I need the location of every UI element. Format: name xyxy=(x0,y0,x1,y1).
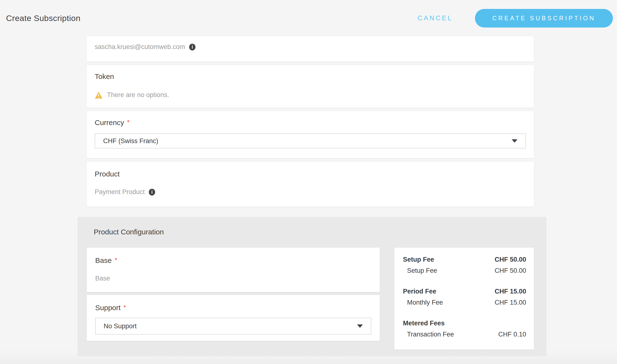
currency-heading: Currency xyxy=(95,118,124,127)
chevron-down-icon xyxy=(357,325,363,328)
base-field[interactable]: Base xyxy=(95,275,371,282)
fee-group-setup: Setup Fee CHF 50.00 Setup Fee CHF 50.00 xyxy=(403,256,526,275)
fees-summary-card: Setup Fee CHF 50.00 Setup Fee CHF 50.00 … xyxy=(394,248,534,350)
fee-group-label: Metered Fees xyxy=(403,320,445,327)
fee-item-value: CHF 15.00 xyxy=(495,299,526,306)
create-subscription-button[interactable]: CREATE SUBSCRIPTION xyxy=(475,9,613,27)
required-asterisk: * xyxy=(115,257,117,264)
fee-group-label: Period Fee xyxy=(403,288,436,295)
base-card: Base* Base xyxy=(87,248,380,292)
fee-item-label: Monthly Fee xyxy=(407,299,443,306)
fee-group-metered: Metered Fees Transaction Fee CHF 0.10 xyxy=(403,320,526,338)
product-label: Payment Product xyxy=(95,188,145,196)
required-asterisk: * xyxy=(123,304,126,311)
email-card: sascha.kruesi@cutomweb.com i xyxy=(87,36,534,62)
fee-group-period: Period Fee CHF 15.00 Monthly Fee CHF 15.… xyxy=(403,288,526,307)
support-select[interactable]: No Support xyxy=(95,318,371,335)
currency-select[interactable]: CHF (Swiss Franc) xyxy=(95,133,526,148)
fee-item-label: Setup Fee xyxy=(407,267,437,274)
base-heading: Base xyxy=(95,256,112,264)
fee-item-value: CHF 0.10 xyxy=(498,331,526,338)
info-icon[interactable]: i xyxy=(149,189,155,195)
email-value: sascha.kruesi@cutomweb.com xyxy=(95,43,185,51)
page-header: Create Subscription CANCEL CREATE SUBSCR… xyxy=(0,0,617,36)
chevron-down-icon xyxy=(512,139,517,143)
support-selected-value: No Support xyxy=(104,323,357,330)
info-icon[interactable]: i xyxy=(189,44,195,51)
fee-group-value: CHF 15.00 xyxy=(495,288,526,295)
currency-card: Currency* CHF (Swiss Franc) xyxy=(87,111,534,158)
fee-group-label: Setup Fee xyxy=(403,256,434,263)
product-configuration-panel: Product Configuration Base* Base Support… xyxy=(78,217,547,356)
product-configuration-heading: Product Configuration xyxy=(94,228,537,236)
product-card: Product Payment Product i xyxy=(87,162,534,207)
page-title: Create Subscription xyxy=(6,13,417,23)
fee-item-label: Transaction Fee xyxy=(407,331,454,338)
currency-selected-value: CHF (Swiss Franc) xyxy=(103,137,512,145)
fee-item-value: CHF 50.00 xyxy=(495,267,526,274)
token-warning-message: There are no options. xyxy=(107,91,169,99)
token-card: Token There are no options. xyxy=(87,65,534,108)
cancel-button[interactable]: CANCEL xyxy=(417,14,453,22)
warning-icon xyxy=(95,91,103,99)
token-heading: Token xyxy=(95,72,526,81)
required-asterisk: * xyxy=(127,119,130,126)
support-card: Support* No Support xyxy=(87,295,380,341)
support-heading: Support xyxy=(95,304,121,312)
fee-group-value: CHF 50.00 xyxy=(495,256,526,263)
product-heading: Product xyxy=(95,170,526,178)
